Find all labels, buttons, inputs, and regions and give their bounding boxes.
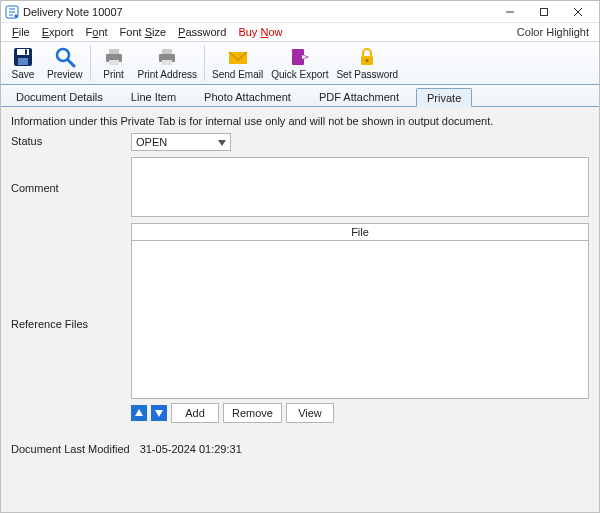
- close-button[interactable]: [561, 2, 595, 22]
- toolbar-print-address[interactable]: Print Address: [134, 43, 201, 83]
- view-button[interactable]: View: [286, 403, 334, 423]
- comment-label: Comment: [11, 180, 131, 194]
- maximize-button[interactable]: [527, 2, 561, 22]
- svg-rect-8: [18, 58, 28, 65]
- comment-textarea[interactable]: [131, 157, 589, 217]
- menu-file[interactable]: File: [7, 25, 35, 39]
- lock-icon: [356, 46, 378, 68]
- files-column-header[interactable]: File: [131, 223, 589, 241]
- svg-marker-25: [135, 409, 143, 416]
- svg-rect-13: [109, 49, 119, 54]
- menu-font-size[interactable]: Font Size: [115, 25, 171, 39]
- toolbar-send-email-label: Send Email: [212, 69, 263, 80]
- print-icon: [103, 46, 125, 68]
- email-icon: [227, 46, 249, 68]
- status-value: OPEN: [136, 136, 167, 148]
- quick-export-icon: [289, 46, 311, 68]
- tab-private[interactable]: Private: [416, 88, 472, 107]
- window-title: Delivery Note 10007: [23, 6, 123, 18]
- svg-point-23: [366, 59, 369, 62]
- last-modified-label: Document Last Modified: [11, 443, 130, 455]
- svg-rect-17: [162, 60, 172, 65]
- svg-rect-3: [541, 8, 548, 15]
- minimize-button[interactable]: [493, 2, 527, 22]
- svg-rect-7: [17, 49, 29, 55]
- menu-buy-now[interactable]: Buy Now: [233, 25, 287, 39]
- menubar: File Export Font Font Size Password Buy …: [1, 23, 599, 41]
- tabs-row: Document Details Line Item Photo Attachm…: [1, 85, 599, 107]
- save-icon: [12, 46, 34, 68]
- add-button[interactable]: Add: [171, 403, 219, 423]
- toolbar-print[interactable]: Print: [94, 43, 134, 83]
- print-address-icon: [156, 46, 178, 68]
- preview-icon: [54, 46, 76, 68]
- titlebar: Delivery Note 10007: [1, 1, 599, 23]
- color-highlight-link[interactable]: Color Highlight: [517, 26, 593, 38]
- menu-export[interactable]: Export: [37, 25, 79, 39]
- menu-font[interactable]: Font: [81, 25, 113, 39]
- toolbar-print-address-label: Print Address: [138, 69, 197, 80]
- menu-password[interactable]: Password: [173, 25, 231, 39]
- toolbar: Save Preview Print Print Address S: [1, 41, 599, 85]
- toolbar-set-password-label: Set Password: [336, 69, 398, 80]
- tab-photo-attachment[interactable]: Photo Attachment: [193, 87, 302, 106]
- toolbar-preview[interactable]: Preview: [43, 43, 87, 83]
- move-down-button[interactable]: [151, 405, 167, 421]
- toolbar-quick-export[interactable]: Quick Export: [267, 43, 332, 83]
- svg-rect-16: [162, 49, 172, 54]
- toolbar-quick-export-label: Quick Export: [271, 69, 328, 80]
- svg-rect-14: [109, 60, 119, 65]
- app-icon: [5, 5, 19, 19]
- tab-pdf-attachment[interactable]: PDF Attachment: [308, 87, 410, 106]
- svg-line-11: [68, 60, 74, 66]
- svg-rect-9: [25, 50, 27, 55]
- move-up-button[interactable]: [131, 405, 147, 421]
- toolbar-print-label: Print: [103, 69, 124, 80]
- files-list[interactable]: [131, 241, 589, 399]
- tab-line-item[interactable]: Line Item: [120, 87, 187, 106]
- last-modified-value: 31-05-2024 01:29:31: [140, 443, 242, 455]
- svg-marker-24: [218, 140, 226, 146]
- tab-body-private: Information under this Private Tab is fo…: [1, 107, 599, 512]
- window-root: Delivery Note 10007 File Export Font Fon…: [0, 0, 600, 513]
- toolbar-preview-label: Preview: [47, 69, 83, 80]
- toolbar-save-label: Save: [12, 69, 35, 80]
- toolbar-save[interactable]: Save: [3, 43, 43, 83]
- chevron-down-icon: [218, 136, 226, 148]
- toolbar-send-email[interactable]: Send Email: [208, 43, 267, 83]
- remove-button[interactable]: Remove: [223, 403, 282, 423]
- tab-document-details[interactable]: Document Details: [5, 87, 114, 106]
- toolbar-set-password[interactable]: Set Password: [332, 43, 402, 83]
- status-label: Status: [11, 133, 131, 147]
- reference-files-label: Reference Files: [11, 316, 131, 330]
- svg-marker-26: [155, 410, 163, 417]
- private-info-text: Information under this Private Tab is fo…: [11, 115, 589, 127]
- status-select[interactable]: OPEN: [131, 133, 231, 151]
